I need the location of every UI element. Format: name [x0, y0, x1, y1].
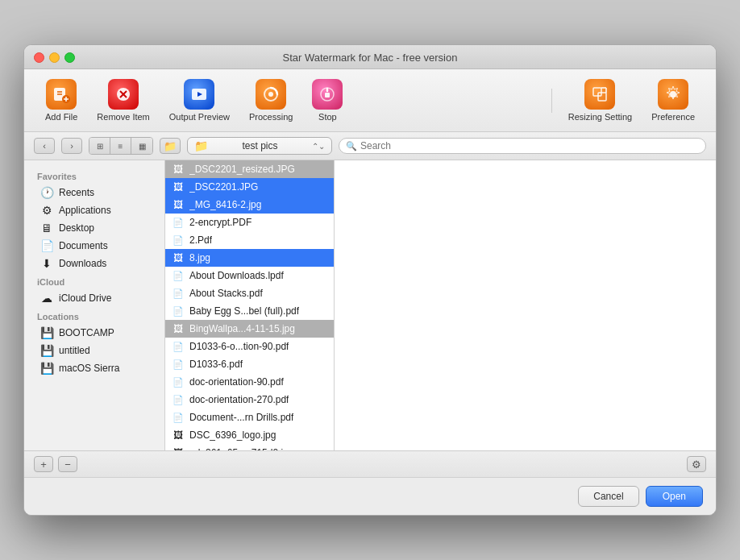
view-mode-buttons: ⊞ ≡ ▦: [89, 137, 153, 155]
column-view-button[interactable]: ▦: [131, 138, 152, 154]
list-item[interactable]: 📄doc-orientation-90.pdf: [165, 373, 334, 391]
list-item[interactable]: 📄Baby Egg S...bel (full).pdf: [165, 302, 334, 320]
file-name: D1033-6-o...tion-90.pdf: [189, 341, 289, 352]
resizing-setting-icon: [584, 79, 615, 110]
resizing-setting-label: Resizing Setting: [568, 112, 633, 122]
remove-item-label: Remove Item: [97, 112, 149, 122]
search-icon: 🔍: [346, 141, 357, 151]
output-preview-button[interactable]: Output Preview: [161, 76, 238, 125]
settings-bottom-button[interactable]: ⚙: [687, 456, 706, 472]
add-file-label: Add File: [45, 112, 77, 122]
file-type-icon: 🖼: [172, 164, 185, 175]
location-text: test pics: [242, 140, 277, 151]
list-item[interactable]: 📄2.Pdf: [165, 231, 334, 249]
downloads-label: Downloads: [59, 258, 106, 269]
file-name: Baby Egg S...bel (full).pdf: [189, 305, 299, 317]
forward-button[interactable]: ›: [61, 138, 82, 154]
file-name: About Downloads.lpdf: [189, 270, 284, 281]
bootcamp-icon: 💾: [40, 326, 53, 339]
list-item[interactable]: 🖼8.jpg: [165, 249, 334, 267]
new-folder-button[interactable]: 📁: [160, 138, 181, 154]
file-name: D1033-6.pdf: [189, 359, 243, 370]
list-item[interactable]: 🖼_MG_8416-2.jpg: [165, 196, 334, 214]
resizing-setting-button[interactable]: Resizing Setting: [560, 76, 641, 125]
sidebar-item-icloud-drive[interactable]: ☁ iCloud Drive: [27, 289, 161, 307]
sidebar-item-applications[interactable]: ⚙ Applications: [27, 201, 161, 219]
untitled-label: untitled: [59, 345, 90, 356]
file-name: 2-encrypt.PDF: [189, 217, 252, 228]
open-button[interactable]: Open: [646, 486, 703, 507]
desktop-label: Desktop: [59, 222, 94, 234]
file-name: eda361e65...e715d0.jpg: [189, 447, 293, 450]
remove-item-button[interactable]: Remove Item: [89, 76, 157, 125]
file-type-icon: 📄: [172, 218, 185, 228]
sidebar-item-downloads[interactable]: ⬇ Downloads: [27, 255, 161, 272]
file-type-icon: 📄: [172, 342, 185, 352]
svg-point-12: [268, 92, 273, 97]
list-item[interactable]: 📄About Downloads.lpdf: [165, 267, 334, 284]
add-file-button[interactable]: Add File: [37, 76, 85, 125]
svg-rect-15: [325, 93, 330, 97]
list-view-button[interactable]: ≡: [110, 138, 131, 154]
file-type-icon: 🖼: [172, 447, 185, 450]
sidebar-item-recents[interactable]: 🕐 Recents: [27, 184, 161, 201]
applications-label: Applications: [59, 205, 111, 216]
file-type-icon: 📄: [172, 359, 185, 370]
untitled-icon: 💾: [40, 344, 53, 357]
search-box[interactable]: 🔍: [339, 138, 706, 154]
list-item[interactable]: 📄About Stacks.pdf: [165, 284, 334, 302]
toolbar: Add File Remove Item Output Preview: [24, 69, 716, 132]
file-type-icon: 🖼: [172, 181, 185, 193]
list-item[interactable]: 📄D1033-6.pdf: [165, 355, 334, 373]
favorites-section-label: Favorites: [24, 167, 164, 184]
macos-sierra-icon: 💾: [40, 362, 53, 375]
close-button[interactable]: [34, 52, 44, 63]
file-name: About Stacks.pdf: [189, 288, 263, 299]
list-item[interactable]: 🖼DSC_6396_logo.jpg: [165, 426, 334, 444]
bootcamp-label: BOOTCAMP: [59, 327, 114, 338]
location-folder-icon: 📁: [194, 139, 208, 152]
file-name: BingWallpa...4-11-15.jpg: [189, 323, 295, 334]
sidebar-item-macos-sierra[interactable]: 💾 macOS Sierra: [27, 359, 161, 377]
icon-view-button[interactable]: ⊞: [89, 138, 110, 154]
back-button[interactable]: ‹: [34, 138, 55, 154]
add-bottom-button[interactable]: +: [34, 456, 53, 472]
stop-button[interactable]: Stop: [304, 76, 351, 125]
documents-label: Documents: [59, 240, 108, 251]
list-item[interactable]: 🖼eda361e65...e715d0.jpg: [165, 444, 334, 450]
file-type-icon: 📄: [172, 235, 185, 246]
file-type-icon: 🖼: [172, 252, 185, 263]
remove-bottom-button[interactable]: −: [58, 456, 77, 472]
list-item[interactable]: 📄2-encrypt.PDF: [165, 214, 334, 231]
sidebar-item-documents[interactable]: 📄 Documents: [27, 237, 161, 255]
processing-button[interactable]: Processing: [241, 76, 301, 125]
list-item[interactable]: 🖼BingWallpa...4-11-15.jpg: [165, 320, 334, 338]
list-item[interactable]: 📄D1033-6-o...tion-90.pdf: [165, 338, 334, 355]
file-type-icon: 📄: [172, 377, 185, 388]
locations-section-label: Locations: [24, 307, 164, 324]
preview-pane: [335, 160, 716, 450]
list-item[interactable]: 📄doc-orientation-270.pdf: [165, 391, 334, 409]
sidebar-item-untitled[interactable]: 💾 untitled: [27, 342, 161, 359]
list-item[interactable]: 🖼_DSC2201.JPG: [165, 178, 334, 196]
file-name: doc-orientation-90.pdf: [189, 376, 284, 388]
traffic-lights: [34, 52, 75, 63]
minimize-button[interactable]: [49, 52, 60, 63]
sidebar-item-bootcamp[interactable]: 💾 BOOTCAMP: [27, 324, 161, 342]
list-item[interactable]: 🖼_DSC2201_resized.JPG: [165, 160, 334, 178]
list-item[interactable]: 📄Document-...rn Drills.pdf: [165, 409, 334, 426]
maximize-button[interactable]: [64, 52, 75, 63]
file-name: _DSC2201_resized.JPG: [189, 164, 295, 175]
preference-button[interactable]: Preference: [643, 76, 703, 125]
file-name: Document-...rn Drills.pdf: [189, 412, 293, 423]
applications-icon: ⚙: [40, 204, 53, 217]
sidebar-item-desktop[interactable]: 🖥 Desktop: [27, 219, 161, 237]
desktop-icon: 🖥: [40, 222, 53, 234]
location-dropdown[interactable]: 📁 test pics ⌃⌄: [187, 137, 332, 155]
cancel-button[interactable]: Cancel: [578, 486, 638, 507]
file-type-icon: 📄: [172, 413, 185, 423]
file-name: 2.Pdf: [189, 234, 212, 246]
file-name: DSC_6396_logo.jpg: [189, 429, 276, 441]
preference-label: Preference: [651, 112, 695, 122]
search-input[interactable]: [360, 140, 699, 151]
